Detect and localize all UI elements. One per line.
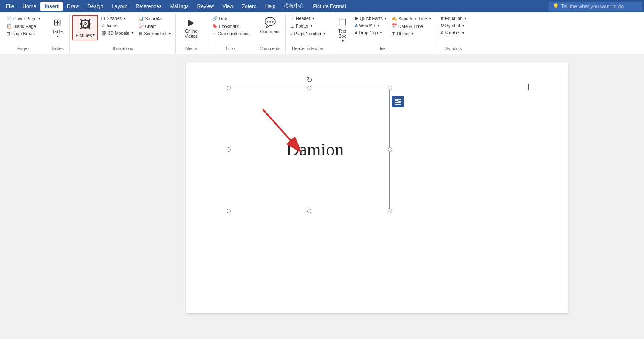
chart-button[interactable]: 📈 Chart bbox=[136, 23, 173, 30]
comments-buttons: 💬 Comment bbox=[258, 15, 283, 45]
date-time-icon: 📅 bbox=[392, 23, 397, 29]
ribbon-group-comments: 💬 Comment Comments bbox=[255, 14, 286, 54]
signature-line-icon: ✍ bbox=[392, 16, 397, 21]
menu-draw[interactable]: Draw bbox=[63, 2, 83, 11]
table-button[interactable]: ⊞ Table ▾ bbox=[48, 15, 67, 41]
resize-handle-top-left[interactable] bbox=[227, 86, 231, 90]
resize-handle-bottom-middle[interactable] bbox=[307, 209, 311, 213]
pages-buttons: 📄 Cover Page ▾ 📋 Blank Page ⊞ Page Break bbox=[4, 15, 42, 45]
3d-models-button[interactable]: 🗿 3D Models ▾ bbox=[99, 29, 135, 37]
page-break-button[interactable]: ⊞ Page Break bbox=[4, 30, 42, 37]
comment-button[interactable]: 💬 Comment bbox=[258, 15, 283, 37]
header-footer-buttons: ⊤ Header ▾ ⊥ Footer ▾ # Page Number ▾ bbox=[288, 15, 328, 45]
ribbon: 📄 Cover Page ▾ 📋 Blank Page ⊞ Page Break… bbox=[0, 12, 644, 54]
resize-handle-bottom-right[interactable] bbox=[388, 209, 392, 213]
svg-rect-4 bbox=[395, 104, 401, 105]
online-videos-button[interactable]: ▶ Online Videos bbox=[178, 15, 204, 41]
3d-models-icon: 🗿 bbox=[101, 30, 106, 36]
footer-icon: ⊥ bbox=[290, 23, 294, 28]
resize-handle-top-right[interactable] bbox=[388, 86, 392, 90]
quick-parts-icon: ⊞ bbox=[355, 16, 358, 21]
menu-design[interactable]: Design bbox=[83, 2, 107, 11]
resize-handle-bottom-left[interactable] bbox=[227, 209, 231, 213]
link-button[interactable]: 🔗 Link bbox=[210, 15, 252, 22]
symbol-icon: Ω bbox=[441, 23, 444, 28]
menu-insert[interactable]: Insert bbox=[40, 2, 63, 11]
blank-page-icon: 📋 bbox=[6, 23, 12, 29]
cross-reference-icon: ↔ bbox=[212, 31, 217, 36]
pictures-button[interactable]: 🖼 Pictures ▾ bbox=[72, 15, 98, 40]
shapes-button[interactable]: ⬡ Shapes ▾ bbox=[99, 15, 135, 22]
cover-page-icon: 📄 bbox=[6, 16, 12, 21]
symbols-col: π Equation ▾ Ω Symbol ▾ # Number ▾ bbox=[439, 15, 469, 36]
resize-handle-middle-left[interactable] bbox=[227, 147, 231, 152]
symbol-button[interactable]: Ω Symbol ▾ bbox=[439, 22, 469, 29]
quick-parts-button[interactable]: ⊞ Quick Parts ▾ bbox=[353, 15, 389, 22]
menu-review[interactable]: Review bbox=[193, 2, 218, 11]
wordart-icon: A bbox=[355, 23, 358, 28]
menu-view[interactable]: View bbox=[218, 2, 238, 11]
image-selection[interactable]: ↻ Damion bbox=[229, 88, 390, 211]
page-number-button[interactable]: # Page Number ▾ bbox=[288, 30, 328, 37]
illustrations-label: Illustrations bbox=[72, 45, 172, 53]
ribbon-group-text: ☐ Text Box ▾ ⊞ Quick Parts ▾ A WordArt ▾ bbox=[330, 14, 436, 54]
ribbon-group-header-footer: ⊤ Header ▾ ⊥ Footer ▾ # Page Number ▾ He… bbox=[286, 14, 330, 54]
equation-button[interactable]: π Equation ▾ bbox=[439, 15, 469, 22]
wordart-button[interactable]: A WordArt ▾ bbox=[353, 22, 389, 29]
page-break-icon: ⊞ bbox=[6, 31, 10, 36]
menu-home[interactable]: Home bbox=[18, 2, 40, 11]
menu-template[interactable]: 模板中心 bbox=[280, 1, 308, 11]
bookmark-button[interactable]: 🔖 Bookmark bbox=[210, 23, 252, 30]
screenshot-button[interactable]: 🖥 Screenshot ▾ bbox=[136, 30, 173, 37]
svg-rect-2 bbox=[398, 101, 401, 102]
equation-icon: π bbox=[441, 16, 444, 21]
object-button[interactable]: ⊞ Object ▾ bbox=[389, 30, 433, 37]
icons-button[interactable]: ☆ Icons bbox=[99, 22, 135, 29]
text-col2: ✍ Signature Line ▾ 📅 Date & Time ⊞ Objec… bbox=[389, 15, 433, 37]
menu-zotero[interactable]: Zotero bbox=[238, 2, 261, 11]
page-number-icon: # bbox=[290, 31, 293, 36]
tables-label: Tables bbox=[48, 45, 67, 53]
icons-icon: ☆ bbox=[101, 23, 105, 28]
cover-page-button[interactable]: 📄 Cover Page ▾ bbox=[4, 15, 42, 22]
menu-picture-format[interactable]: Picture Format bbox=[308, 2, 350, 11]
header-button[interactable]: ⊤ Header ▾ bbox=[288, 15, 328, 22]
number-button[interactable]: # Number ▾ bbox=[439, 29, 469, 36]
date-time-button[interactable]: 📅 Date & Time bbox=[389, 23, 433, 30]
text-box-icon: ☐ bbox=[338, 17, 347, 28]
pictures-icon: 🖼 bbox=[79, 17, 91, 32]
number-icon: # bbox=[441, 30, 443, 35]
left-sidebar bbox=[0, 54, 110, 322]
menu-references[interactable]: References bbox=[131, 2, 165, 11]
resize-handle-middle-right[interactable] bbox=[388, 147, 392, 152]
drop-cap-button[interactable]: A Drop Cap ▾ bbox=[353, 29, 389, 36]
signature-line-button[interactable]: ✍ Signature Line ▾ bbox=[389, 15, 433, 22]
menu-bar: File Home Insert Draw Design Layout Refe… bbox=[0, 0, 644, 12]
smartart-button[interactable]: 📊 SmartArt bbox=[136, 15, 173, 22]
ribbon-group-tables: ⊞ Table ▾ Tables bbox=[45, 14, 70, 54]
ribbon-group-links: 🔗 Link 🔖 Bookmark ↔ Cross-reference Link… bbox=[207, 14, 255, 54]
search-bar[interactable]: 💡 Tell me what you want to do bbox=[549, 2, 642, 11]
footer-button[interactable]: ⊥ Footer ▾ bbox=[288, 23, 328, 29]
doc-area: ↻ Damion bbox=[110, 54, 644, 322]
ribbon-group-symbols: π Equation ▾ Ω Symbol ▾ # Number ▾ Symbo… bbox=[436, 14, 471, 54]
links-col: 🔗 Link 🔖 Bookmark ↔ Cross-reference bbox=[210, 15, 252, 37]
text-box-button[interactable]: ☐ Text Box ▾ bbox=[333, 15, 352, 45]
cross-reference-button[interactable]: ↔ Cross-reference bbox=[210, 30, 252, 37]
rotate-handle[interactable]: ↻ bbox=[306, 75, 313, 85]
header-icon: ⊤ bbox=[290, 16, 294, 21]
blank-page-button[interactable]: 📋 Blank Page bbox=[4, 23, 42, 30]
smartart-icon: 📊 bbox=[138, 16, 144, 21]
illus-col1: ⬡ Shapes ▾ ☆ Icons 🗿 3D Models ▾ bbox=[99, 15, 135, 37]
links-buttons: 🔗 Link 🔖 Bookmark ↔ Cross-reference bbox=[210, 15, 252, 45]
header-footer-label: Header & Footer bbox=[288, 45, 328, 53]
menu-file[interactable]: File bbox=[2, 2, 18, 11]
menu-mailings[interactable]: Mailings bbox=[166, 2, 193, 11]
text-box-label-wrap: Text bbox=[338, 29, 346, 34]
resize-handle-top-middle[interactable] bbox=[307, 86, 311, 90]
layout-options-button[interactable] bbox=[392, 96, 404, 107]
drop-cap-icon: A bbox=[355, 30, 358, 35]
doc-page: ↻ Damion bbox=[186, 62, 568, 313]
menu-layout[interactable]: Layout bbox=[107, 2, 131, 11]
menu-help[interactable]: Help bbox=[261, 2, 280, 11]
